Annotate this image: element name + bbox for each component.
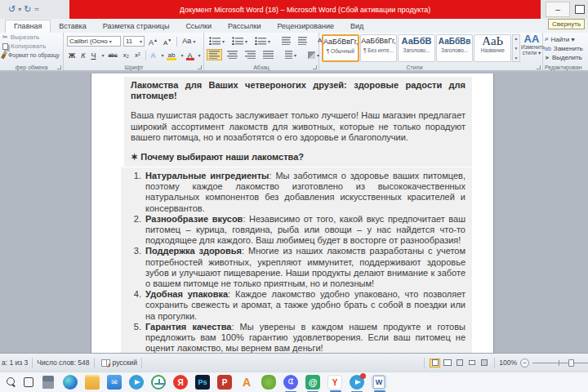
taskbar-item-telegram[interactable] (129, 375, 144, 390)
style-card-no-spacing[interactable]: АаБбВвГг, ¶ Без инте... (360, 34, 398, 62)
taskbar-item-word-active[interactable]: W (372, 375, 386, 390)
maximize-button[interactable] (575, 5, 585, 14)
taskbar-item-edge[interactable] (63, 375, 78, 390)
increase-indent-button[interactable] (296, 35, 310, 47)
fullscreen-reading-view-button[interactable] (442, 359, 452, 368)
font-dialog-launcher-icon[interactable] (198, 65, 202, 69)
change-case-button[interactable]: Аа▾ (180, 36, 197, 47)
numbering-button[interactable]: ▾ (229, 35, 250, 47)
cut-button[interactable]: ✂ Вырезать (0, 33, 63, 42)
zoom-slider[interactable] (532, 359, 588, 368)
font-size-select[interactable]: 11▾ (123, 36, 145, 47)
underline-button[interactable]: Ч (89, 51, 97, 60)
taskbar-item-android-app[interactable] (261, 375, 276, 390)
document-list-block[interactable]: Натуральные ингредиенты: Мы заботимся о … (121, 167, 472, 353)
style-card-heading1[interactable]: АаБбВ Заголово... (398, 34, 435, 62)
style-card-normal[interactable]: АаБбВвГг, ¶ Обычный (322, 34, 359, 62)
text-effects-button[interactable]: А (149, 51, 158, 60)
taskbar-item-mail[interactable]: ✉ (107, 375, 122, 390)
taskbar-item-p-app[interactable]: P (217, 375, 232, 390)
font-name-select[interactable]: Calibri (Осно▾ (67, 36, 121, 47)
decrease-indent-button[interactable] (279, 35, 293, 47)
multilevel-list-button[interactable]: ▾ (252, 35, 273, 47)
copy-button[interactable]: Копировать (0, 42, 63, 51)
chevron-down-icon[interactable]: ▾ (198, 52, 201, 58)
line-spacing-button[interactable]: ▾ (283, 49, 299, 60)
qat-customize-icon[interactable]: ≂ (33, 6, 39, 13)
change-styles-button[interactable]: АА Изменить стили ▾ (521, 34, 542, 56)
taskbar-item-explorer[interactable] (85, 375, 100, 390)
taskbar-item-yandex-browser[interactable]: Я (173, 375, 188, 390)
tab-page-layout[interactable]: Разметка страницы (95, 20, 178, 33)
tab-view[interactable]: Вид (342, 20, 372, 33)
justify-button[interactable] (261, 49, 276, 60)
chevron-down-icon[interactable]: ▾ (180, 52, 183, 58)
language-indicator[interactable]: русский (113, 359, 138, 367)
scroll-up-icon[interactable]: ▲ (514, 36, 519, 41)
replace-button[interactable]: ab Заменить (543, 44, 588, 53)
tab-review[interactable]: Рецензирование (269, 20, 342, 33)
editing-group-label: Редактирован (543, 65, 588, 70)
shrink-font-button[interactable]: А▼ (162, 35, 173, 48)
task-view-icon[interactable] (24, 377, 33, 387)
align-left-button[interactable] (207, 49, 222, 60)
subscript-button[interactable]: x₂ (122, 51, 131, 60)
italic-button[interactable]: К (79, 51, 87, 60)
word-count[interactable]: Число слов: 548 (37, 359, 89, 367)
select-button[interactable]: ➤ Выделить (543, 53, 588, 62)
style-card-heading2[interactable]: АаБбВв Заголово... (436, 34, 474, 62)
styles-dialog-launcher-icon[interactable] (537, 65, 541, 69)
scissors-icon: ✂ (2, 33, 8, 41)
minimize-button[interactable]: – (546, 2, 570, 17)
format-painter-button[interactable]: Формат по образцу (0, 51, 63, 60)
styles-gallery-scrollbar[interactable]: ▲ ▼ ▼ (512, 34, 520, 62)
taskbar-item-clock-app[interactable] (151, 375, 166, 390)
scroll-down-icon[interactable]: ▼ (514, 46, 519, 51)
paint-bucket-icon (308, 51, 315, 59)
tab-insert[interactable]: Вставка (51, 20, 94, 33)
bullets-button[interactable]: ▾ (207, 35, 227, 47)
find-button[interactable]: ⌕ Найти ▾ (543, 33, 588, 44)
chevron-down-icon[interactable]: ▾ (101, 52, 104, 58)
print-layout-view-button[interactable] (430, 359, 440, 368)
search-icon[interactable] (7, 377, 16, 387)
taskbar-item-telegram-alt[interactable] (350, 375, 364, 390)
zoom-out-button[interactable]: − (520, 359, 529, 368)
grow-font-button[interactable]: А▲ (147, 35, 159, 47)
chevron-down-icon[interactable]: ▾ (162, 52, 164, 58)
taskbar-item-y-app[interactable]: Y (327, 375, 342, 390)
align-center-button[interactable] (225, 49, 240, 60)
highlight-color-button[interactable]: ab (167, 51, 177, 60)
tab-references[interactable]: Ссылки (177, 20, 220, 33)
strikethrough-button[interactable]: abc (106, 51, 118, 60)
redo-icon[interactable]: ↻ (24, 5, 31, 14)
bold-button[interactable]: Ж (67, 51, 77, 60)
taskbar-item-calculator[interactable] (41, 375, 56, 390)
superscript-button[interactable]: x² (133, 51, 142, 60)
undo-icon[interactable]: ↺ (8, 5, 16, 14)
document-page[interactable]: Лакомства для Ваших четвероногих друзей:… (91, 74, 493, 353)
outline-view-button[interactable] (466, 359, 477, 368)
taskbar-item-spiral-app[interactable]: @ (305, 375, 320, 390)
taskbar-item-discord[interactable]: ᗧ (283, 375, 298, 390)
page-indicator[interactable]: а: 1 из 3 (0, 359, 28, 367)
tab-home[interactable]: Главная (5, 20, 51, 33)
taskbar-item-a-app[interactable]: A (239, 375, 254, 390)
taskbar-item-photoshop[interactable]: Ps (195, 375, 210, 390)
paragraph-dialog-launcher-icon[interactable] (313, 65, 317, 69)
spellcheck-icon[interactable] (101, 359, 110, 367)
tab-mailings[interactable]: Рассылки (220, 20, 269, 33)
zoom-level[interactable]: 100% (499, 359, 517, 367)
document-intro-block[interactable]: Лакомства для Ваших четвероногих друзей:… (124, 77, 472, 167)
style-card-title[interactable]: АаЬ Название (474, 34, 511, 62)
gallery-more-icon[interactable]: ▼ (514, 56, 519, 60)
undo-dropdown-icon[interactable]: ▾ (18, 6, 21, 13)
list-item: Удобная упаковка: Каждое лакомство удобн… (144, 289, 466, 322)
zoom-slider-thumb[interactable] (568, 359, 574, 367)
font-color-button[interactable]: А (186, 51, 194, 60)
word-icon: W (373, 376, 385, 389)
align-right-button[interactable] (243, 49, 258, 60)
draft-view-button[interactable] (479, 359, 489, 368)
web-layout-view-button[interactable] (454, 359, 465, 368)
clipboard-dialog-launcher-icon[interactable] (57, 65, 61, 69)
